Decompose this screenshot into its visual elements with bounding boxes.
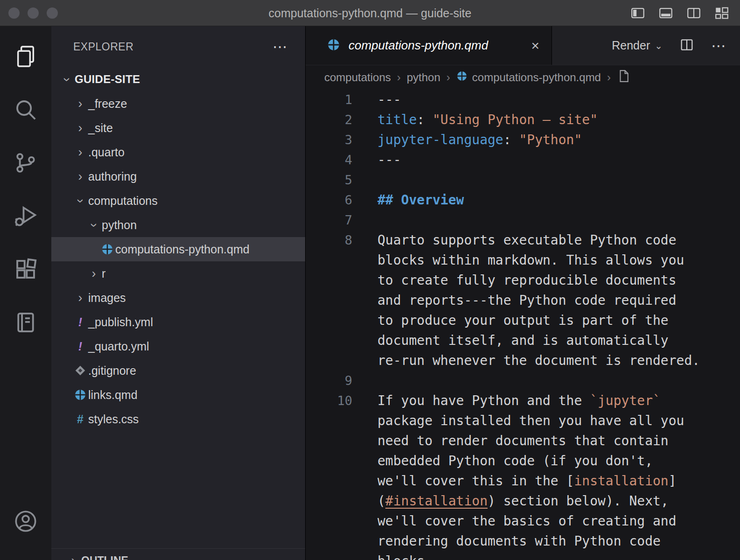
tab-close-icon[interactable]: × [531, 38, 539, 54]
tree-root[interactable]: ›GUIDE-SITE [51, 67, 305, 91]
tree-item-label: authoring [88, 170, 137, 183]
line-content: jupyter-language: "Python" [352, 130, 582, 150]
editor-actions: Render ⌄ ⋯ [612, 26, 740, 65]
close-button[interactable] [8, 7, 20, 19]
source-control-icon[interactable] [0, 136, 51, 189]
tree-item-images[interactable]: ›images [51, 286, 305, 310]
tree-item-label: computations [88, 194, 158, 208]
tree-item-label: links.qmd [88, 388, 138, 402]
chevron-down-icon: ⌄ [655, 40, 663, 51]
line-number [306, 531, 352, 551]
code-line[interactable]: 8Quarto supports executable Python code [306, 230, 740, 250]
line-content: we'll cover the basics of creating and [352, 511, 677, 531]
split-editor-layout-icon[interactable] [686, 5, 702, 21]
breadcrumb-separator-icon: › [607, 71, 611, 84]
zoom-button[interactable] [47, 7, 58, 19]
line-content: blocks. [352, 551, 433, 560]
code-line[interactable]: package installed then you have all you [306, 411, 740, 431]
tree-item-.gitignore[interactable]: .gitignore [51, 358, 305, 383]
tree-item-_quarto.yml[interactable]: !_quarto.yml [51, 334, 305, 358]
breadcrumb-item-computations[interactable]: computations [324, 71, 391, 84]
minimize-button[interactable] [28, 7, 39, 19]
tree-item-_publish.yml[interactable]: !_publish.yml [51, 310, 305, 334]
code-line[interactable]: blocks within markdown. This allows you [306, 250, 740, 270]
outline-section[interactable]: › OUTLINE [51, 548, 305, 560]
code-line[interactable]: 4--- [306, 150, 740, 170]
tree-item-styles.css[interactable]: #styles.css [51, 407, 305, 431]
tree-item-r[interactable]: ›r [51, 261, 305, 286]
code-line[interactable]: to produce your output is part of the [306, 310, 740, 330]
code-line[interactable]: we'll cover this in the [installation] [306, 471, 740, 491]
code-line[interactable]: 10If you have Python and the `jupyter` [306, 391, 740, 411]
tree-item-authoring[interactable]: ›authoring [51, 164, 305, 189]
tree-item-python[interactable]: ›python [51, 213, 305, 237]
line-content: If you have Python and the `jupyter` [352, 391, 661, 411]
tab-computations-python[interactable]: computations-python.qmd × [306, 26, 552, 65]
explorer-sidebar: EXPLORER ⋯ ›GUIDE-SITE›_freeze›_site›.qu… [51, 26, 306, 560]
code-line[interactable]: 2title: "Using Python — site" [306, 110, 740, 130]
tree-item-computations-python.qmd[interactable]: computations-python.qmd [51, 237, 305, 261]
line-content [352, 210, 377, 230]
notebook-icon[interactable] [0, 296, 51, 349]
render-button[interactable]: Render ⌄ [612, 39, 663, 52]
breadcrumb-item-python[interactable]: python [407, 71, 440, 84]
vscode-window: computations-python.qmd — guide-site [0, 0, 740, 560]
line-content: embedded Python code (if you don't, [352, 451, 653, 471]
explorer-header: EXPLORER ⋯ [51, 26, 305, 67]
tree-item-_site[interactable]: ›_site [51, 116, 305, 140]
line-content: and reports---the Python code required [352, 290, 677, 310]
split-editor-icon[interactable] [679, 37, 694, 54]
code-line[interactable]: 3jupyter-language: "Python" [306, 130, 740, 150]
tree-item-label: _publish.yml [88, 315, 153, 329]
extensions-icon[interactable] [0, 243, 51, 296]
code-editor[interactable]: 1---2title: "Using Python — site"3jupyte… [306, 90, 740, 560]
code-line[interactable]: 6## Overview [306, 190, 740, 210]
code-line[interactable]: 9 [306, 371, 740, 391]
code-line[interactable]: need to render documents that contain [306, 431, 740, 451]
line-number [306, 350, 352, 371]
breadcrumb-label: python [407, 71, 440, 84]
run-debug-icon[interactable] [0, 189, 51, 243]
toggle-panel-icon[interactable] [658, 5, 674, 21]
chevron-right-icon: › [72, 97, 88, 111]
code-line[interactable]: (#installation) section below). Next, [306, 491, 740, 511]
code-line[interactable]: rendering documents with Python code [306, 531, 740, 551]
breadcrumb-label: computations [324, 71, 391, 84]
account-icon[interactable] [13, 509, 38, 536]
explorer-title: EXPLORER [73, 41, 133, 53]
customize-layout-icon[interactable] [714, 5, 730, 21]
chevron-down-icon: › [86, 218, 102, 232]
chevron-right-icon: › [72, 145, 88, 160]
code-line[interactable]: 5 [306, 170, 740, 190]
code-line[interactable]: blocks. [306, 551, 740, 560]
yaml-icon: ! [72, 340, 88, 353]
line-number: 2 [306, 110, 352, 130]
tree-item-label: _freeze [88, 97, 127, 111]
line-number: 10 [306, 391, 352, 411]
window-title: computations-python.qmd — guide-site [269, 6, 472, 20]
line-number [306, 290, 352, 310]
code-line[interactable]: we'll cover the basics of creating and [306, 511, 740, 531]
code-line[interactable]: embedded Python code (if you don't, [306, 451, 740, 471]
explorer-icon[interactable] [0, 30, 51, 83]
line-content: to produce your output is part of the [352, 310, 669, 330]
code-line[interactable]: 7 [306, 210, 740, 230]
breadcrumb-item-computations-python.qmd[interactable]: computations-python.qmd [456, 70, 601, 84]
tree-item-.quarto[interactable]: ›.quarto [51, 140, 305, 164]
code-line[interactable]: and reports---the Python code required [306, 290, 740, 310]
toggle-primary-sidebar-icon[interactable] [630, 5, 646, 21]
tab-bar: computations-python.qmd × Render ⌄ ⋯ [306, 26, 740, 65]
outline-label: OUTLINE [81, 554, 128, 560]
code-line[interactable]: document itself, and is automatically [306, 330, 740, 350]
search-icon[interactable] [0, 83, 51, 136]
line-number: 1 [306, 90, 352, 110]
tree-item-computations[interactable]: ›computations [51, 189, 305, 213]
tree-item-_freeze[interactable]: ›_freeze [51, 91, 305, 116]
file-tree: ›GUIDE-SITE›_freeze›_site›.quarto›author… [51, 67, 305, 431]
code-line[interactable]: re-run whenever the document is rendered… [306, 350, 740, 371]
line-content: --- [352, 90, 401, 110]
tree-item-links.qmd[interactable]: links.qmd [51, 383, 305, 407]
code-line[interactable]: to create fully reproducible documents [306, 270, 740, 290]
line-number: 9 [306, 371, 352, 391]
code-line[interactable]: 1--- [306, 90, 740, 110]
